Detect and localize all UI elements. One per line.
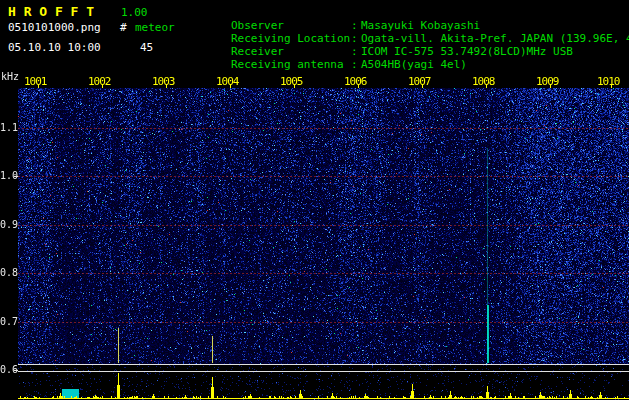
spectrogram-canvas — [0, 70, 629, 400]
time-label: 1008 — [472, 76, 495, 87]
header: H R O F F T 1.00 0510101000.png # meteor… — [0, 0, 629, 70]
info-colon: : — [351, 19, 361, 32]
time-label: 1003 — [152, 76, 175, 87]
info-label: Observer — [231, 19, 351, 32]
info-value: ICOM IC-575 53.7492(8LCD)MHz USB — [361, 45, 573, 58]
time-label: 1010 — [597, 76, 620, 87]
info-value: Masayuki Kobayashi — [361, 19, 480, 32]
info-colon: : — [351, 45, 361, 58]
header-left: H R O F F T 1.00 0510101000.png # meteor… — [8, 4, 178, 66]
info-label: Receiving Location — [231, 32, 351, 45]
mode-label: meteor — [135, 21, 175, 34]
time-label: 1004 — [216, 76, 239, 87]
freq-label: 0.9 — [0, 220, 18, 230]
time-label: 1006 — [344, 76, 367, 87]
version-label: 1.00 — [121, 6, 148, 19]
freq-label: 1.0 — [0, 171, 18, 181]
echo-count: 45 — [140, 41, 153, 54]
station-info: Observer:Masayuki Kobayashi Receiving Lo… — [178, 6, 629, 58]
freq-label: 1.1 — [0, 123, 18, 133]
time-label: 1002 — [88, 76, 111, 87]
time-label: 1009 — [536, 76, 559, 87]
info-row-observer: Observer:Masayuki Kobayashi — [178, 6, 629, 19]
time-label: 1001 — [24, 76, 47, 87]
info-colon: : — [351, 32, 361, 45]
app-title: H R O F F T — [8, 4, 94, 19]
filename-suffix: # — [120, 21, 127, 34]
freq-label: 0.8 — [0, 268, 18, 278]
filename-label: 0510101000.png — [8, 21, 101, 34]
freq-unit-label: kHz — [1, 72, 19, 82]
time-label: 1005 — [280, 76, 303, 87]
spectrogram-panel: kHz 1001 1002 1003 1004 1005 1006 1007 1… — [0, 70, 629, 400]
freq-label: 0.7 — [0, 317, 18, 327]
hrofft-window: H R O F F T 1.00 0510101000.png # meteor… — [0, 0, 629, 400]
datetime-label: 05.10.10 10:00 — [8, 41, 101, 54]
time-label: 1007 — [408, 76, 431, 87]
info-label: Receiver — [231, 45, 351, 58]
freq-label: 0.6 — [0, 365, 18, 375]
info-value: Ogata-vill. Akita-Pref. JAPAN (139.96E, … — [361, 32, 629, 45]
